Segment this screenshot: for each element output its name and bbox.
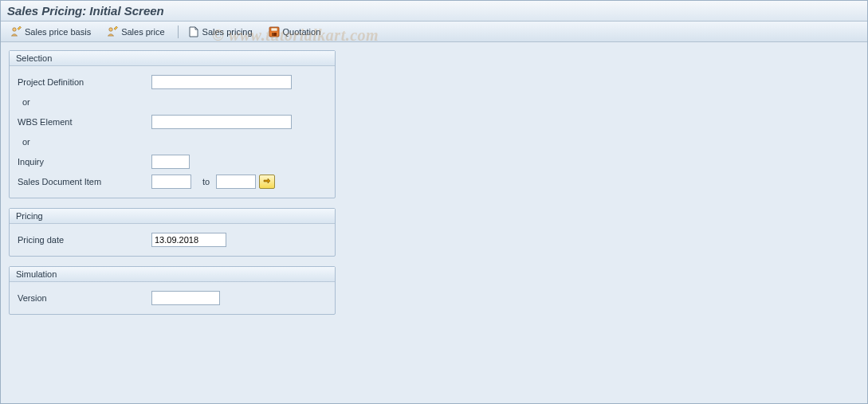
- project-definition-label: Project Definition: [16, 77, 151, 87]
- document-icon: [188, 26, 199, 37]
- or-row-2: or: [16, 133, 328, 151]
- wbs-element-label: WBS Element: [16, 117, 151, 127]
- selection-group-title: Selection: [10, 51, 335, 66]
- pricing-group-title: Pricing: [10, 209, 335, 224]
- version-input[interactable]: [151, 291, 220, 305]
- sales-price-button[interactable]: Sales price: [104, 25, 167, 39]
- quotation-button[interactable]: Quotation: [265, 25, 324, 39]
- project-definition-input[interactable]: [151, 75, 292, 89]
- svg-rect-4: [272, 33, 277, 36]
- or-row-1: or: [16, 93, 328, 111]
- svg-point-0: [13, 27, 16, 30]
- pricing-date-row: Pricing date: [16, 231, 328, 249]
- inquiry-row: Inquiry: [16, 153, 328, 171]
- to-label: to: [202, 177, 210, 186]
- wbs-element-input[interactable]: [151, 115, 292, 129]
- quotation-label: Quotation: [283, 27, 321, 37]
- or-label-1: or: [16, 97, 30, 107]
- sales-document-item-to-input[interactable]: [216, 175, 256, 189]
- pricing-date-label: Pricing date: [16, 235, 151, 245]
- simulation-group: Simulation Version: [9, 266, 336, 315]
- wbs-element-row: WBS Element: [16, 113, 328, 131]
- sales-document-item-from-input[interactable]: [151, 175, 191, 189]
- person-pencil-icon: [10, 26, 22, 37]
- svg-rect-3: [271, 28, 277, 31]
- sales-pricing-label: Sales pricing: [202, 27, 253, 37]
- version-label: Version: [16, 293, 151, 303]
- svg-point-1: [109, 27, 112, 30]
- sales-price-basis-label: Sales price basis: [25, 27, 91, 37]
- content-area: Selection Project Definition or WBS Elem…: [1, 42, 867, 404]
- pricing-group: Pricing Pricing date: [9, 208, 336, 257]
- toolbar-separator: [178, 25, 179, 38]
- or-label-2: or: [16, 137, 30, 147]
- project-definition-row: Project Definition: [16, 73, 328, 91]
- pricing-date-input[interactable]: [151, 233, 226, 247]
- sales-document-item-row: Sales Document Item to: [16, 173, 328, 190]
- inquiry-input[interactable]: [151, 155, 190, 169]
- save-icon: [269, 26, 280, 37]
- simulation-group-title: Simulation: [10, 267, 335, 282]
- multiple-selection-button[interactable]: [259, 175, 275, 189]
- inquiry-label: Inquiry: [16, 157, 151, 167]
- arrow-right-icon: [263, 177, 271, 186]
- sales-price-basis-button[interactable]: Sales price basis: [7, 25, 94, 39]
- title-bar: Sales Pricing: Initial Screen: [1, 1, 867, 22]
- sales-document-item-label: Sales Document Item: [16, 177, 151, 186]
- page-title: Sales Pricing: Initial Screen: [7, 4, 861, 18]
- sales-pricing-button[interactable]: Sales pricing: [185, 25, 256, 39]
- person-pencil-icon: [107, 26, 118, 37]
- sales-price-label: Sales price: [121, 27, 164, 37]
- selection-group: Selection Project Definition or WBS Elem…: [9, 50, 336, 198]
- version-row: Version: [16, 289, 328, 307]
- application-toolbar: Sales price basis Sales price Sales pric…: [1, 22, 867, 42]
